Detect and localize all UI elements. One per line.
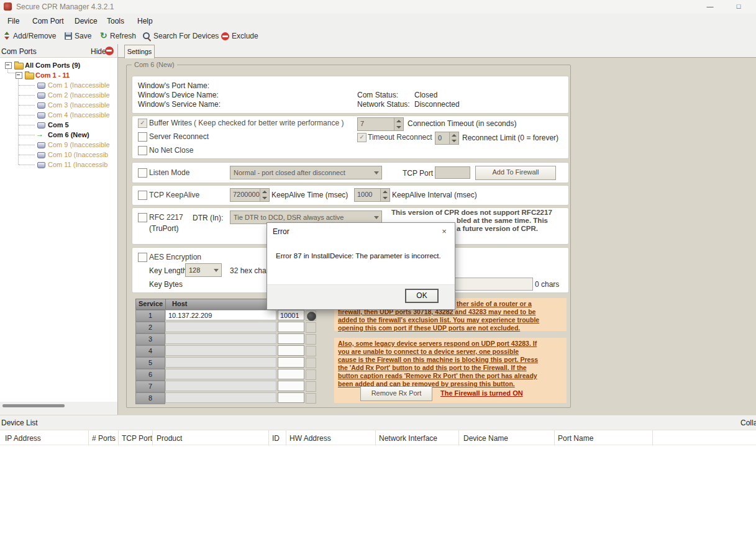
column-header-tcp-port[interactable]: TCP Port	[122, 434, 152, 443]
tree-item-com-3[interactable]: Com 3 (Inaccessible	[0, 100, 117, 110]
add-remove-label: Add/Remove	[13, 32, 56, 40]
warning-line: the 'Add Rx Port' button to add this por…	[334, 364, 567, 372]
column-header-ports[interactable]: # Ports	[92, 434, 116, 443]
remove-rx-port-button[interactable]: Remove Rx Port	[360, 386, 432, 401]
column-header-device-name[interactable]: Device Name	[463, 434, 508, 443]
tree-item-label: Com 1 (Inaccessible	[48, 81, 110, 89]
tree-item-label: All Com Ports (9)	[25, 61, 80, 70]
column-header-product[interactable]: Product	[157, 434, 182, 443]
reconnect-limit-spinner[interactable]: 0	[435, 132, 459, 145]
dtr-in-label: DTR (In):	[193, 214, 223, 222]
column-header-network-interface[interactable]: Network Interface	[379, 434, 437, 443]
tree-item-com-1[interactable]: Com 1 (Inaccessible	[0, 80, 117, 90]
com-port-icon	[37, 93, 45, 99]
spinner-arrows-icon[interactable]	[394, 118, 403, 130]
key-length-dropdown[interactable]: 128	[185, 263, 222, 277]
menu-item-file[interactable]: File	[7, 17, 19, 25]
host-cell[interactable]	[165, 369, 276, 379]
tree-item-com-6[interactable]: → Com 6 (New)	[0, 130, 117, 140]
port-cell[interactable]	[278, 392, 304, 403]
keepalive-interval-value: 1000	[357, 191, 372, 198]
spinner-arrows-icon[interactable]	[260, 189, 269, 201]
spinner-arrows-icon[interactable]	[380, 189, 389, 201]
port-cell[interactable]	[278, 381, 304, 391]
reconnect-limit-value: 0	[438, 134, 442, 142]
hide-icon[interactable]	[105, 47, 114, 55]
checkbox-box	[138, 191, 147, 200]
listen-mode-dropdown[interactable]: Normal - port closed after disconnect	[230, 166, 382, 179]
menu-item-device[interactable]: Device	[75, 17, 98, 25]
service-row-number: 8	[135, 392, 165, 404]
menu-item-help[interactable]: Help	[137, 17, 153, 25]
host-cell[interactable]: 10.137.22.209	[165, 310, 276, 320]
column-header-hw-address[interactable]: HW Address	[289, 434, 331, 443]
add-to-firewall-button[interactable]: Add To Firewall	[475, 166, 556, 180]
collapse-button[interactable]: Collapse	[740, 419, 756, 428]
maximize-button[interactable]: □	[724, 0, 753, 14]
connection-status-icon	[306, 393, 316, 404]
tree-item-com-4[interactable]: Com 4 (Inaccessible	[0, 110, 117, 120]
no-net-close-label: No Net Close	[149, 146, 193, 155]
port-cell[interactable]	[278, 333, 304, 344]
collapse-expander-icon[interactable]	[16, 72, 22, 79]
tree-item-com-10[interactable]: Com 10 (Inaccessib	[0, 150, 117, 160]
keepalive-interval-spinner[interactable]: 1000	[354, 188, 390, 202]
exclude-label: Exclude	[232, 32, 258, 40]
column-header-id[interactable]: ID	[272, 434, 280, 443]
host-cell[interactable]	[165, 333, 276, 344]
tab-settings[interactable]: Settings	[124, 45, 155, 58]
column-divider	[118, 430, 119, 446]
connection-status-icon	[306, 369, 316, 380]
tree-item-label: Com 11 (Inaccessib	[48, 160, 107, 169]
warning-line: opening this com port if these UDP ports…	[334, 324, 567, 332]
spinner-arrows-icon[interactable]	[449, 132, 458, 144]
tree-item-label: Com 5	[48, 120, 69, 129]
port-cell[interactable]: 10001	[278, 310, 304, 320]
tree-item-com-2[interactable]: Com 2 (Inaccessible	[0, 90, 117, 100]
menu-item-tools[interactable]: Tools	[107, 17, 124, 25]
port-cell[interactable]	[278, 369, 304, 379]
error-dialog-title: Error	[273, 227, 289, 236]
error-dialog: Error × Error 87 in InstallDevice: The p…	[266, 222, 455, 310]
host-cell[interactable]	[165, 322, 276, 332]
hide-panel-button[interactable]: Hide	[91, 47, 106, 56]
tree-item-label: Com 9 (Inaccessible	[48, 140, 110, 149]
aes-encryption-label: AES Encryption	[149, 253, 201, 261]
collapse-expander-icon[interactable]	[5, 62, 12, 69]
column-divider	[165, 299, 166, 309]
tree-scrollbar-thumb[interactable]	[2, 404, 65, 407]
port-cell[interactable]	[278, 357, 304, 368]
checkbox-check-icon: ✓	[138, 119, 147, 128]
column-header-ip-address[interactable]: IP Address	[5, 434, 41, 443]
minimize-button[interactable]: —	[696, 0, 724, 14]
tcp-port-input[interactable]	[435, 166, 470, 179]
keepalive-time-spinner[interactable]: 7200000	[230, 188, 270, 202]
com-port-icon	[37, 142, 45, 148]
menu-item-com-port[interactable]: Com Port	[32, 17, 64, 25]
port-cell[interactable]	[278, 322, 304, 332]
port-cell[interactable]	[278, 345, 304, 356]
rfc2217-label: RFC 2217	[149, 213, 183, 222]
tree-item-com-11[interactable]: Com 11 (Inaccessib	[0, 160, 117, 170]
host-cell[interactable]	[165, 392, 276, 403]
tree-item-label: Com 1 - 11	[35, 71, 70, 79]
app-icon[interactable]	[4, 2, 12, 11]
tree-item-label: Com 2 (Inaccessible	[48, 91, 110, 99]
device-table-header: IP Address # Ports TCP Port Product ID H…	[0, 430, 756, 445]
tree-item-com-5[interactable]: Com 5	[0, 120, 117, 130]
close-icon[interactable]: ×	[434, 223, 455, 241]
checkbox-box	[138, 146, 147, 155]
tree-item-com-9[interactable]: Com 9 (Inaccessible	[0, 140, 117, 150]
ok-button[interactable]: OK	[405, 289, 439, 303]
tree-item-all-com-ports[interactable]: All Com Ports (9)	[0, 60, 117, 70]
connection-timeout-spinner[interactable]: 7	[357, 117, 404, 131]
firewall-status-link[interactable]: The Firewall is turned ON	[440, 389, 523, 397]
tree-item-com-1-11[interactable]: Com 1 - 11	[0, 70, 117, 80]
host-cell[interactable]	[165, 381, 276, 391]
connection-status-icon	[306, 381, 316, 392]
column-header-port-name[interactable]: Port Name	[558, 434, 593, 443]
host-cell[interactable]	[165, 357, 276, 368]
service-table-header: Service Host	[135, 299, 278, 310]
host-column-header: Host	[172, 300, 187, 307]
host-cell[interactable]	[165, 345, 276, 356]
